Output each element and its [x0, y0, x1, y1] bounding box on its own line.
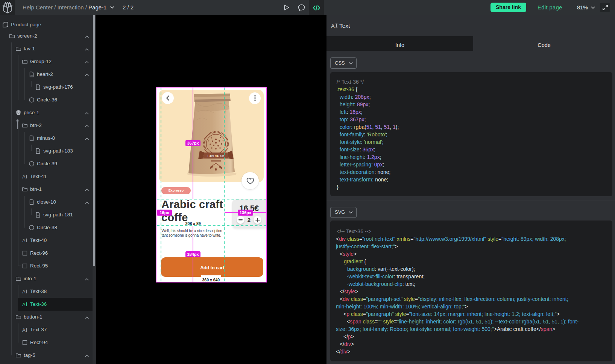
svg-text:A: A [22, 302, 26, 307]
svg-text:A: A [22, 289, 26, 295]
svg-text:A: A [22, 174, 26, 180]
svg-text:A: A [22, 238, 26, 243]
svg-text:A: A [22, 327, 26, 333]
